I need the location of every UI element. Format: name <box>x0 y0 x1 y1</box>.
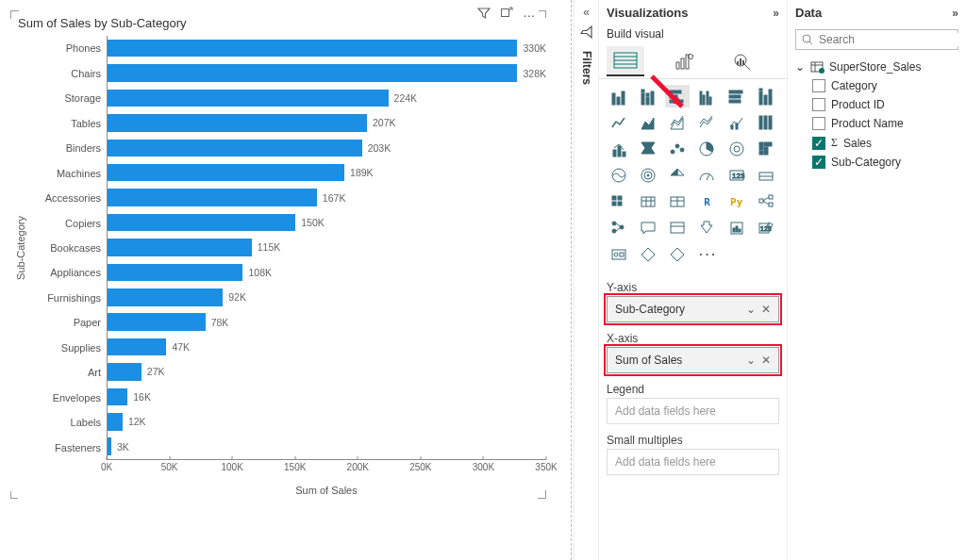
analytics-tab[interactable] <box>724 46 761 76</box>
viz-type-button[interactable] <box>754 138 778 160</box>
viz-type-button[interactable] <box>665 217 690 239</box>
viz-type-button[interactable] <box>636 138 660 160</box>
small-multiples-field-well[interactable]: Add data fields here <box>607 449 779 475</box>
bar[interactable] <box>108 140 362 156</box>
viz-type-button[interactable] <box>694 111 719 134</box>
bar[interactable] <box>108 338 166 355</box>
viz-type-button[interactable] <box>636 217 660 239</box>
field-name: Product ID <box>831 98 885 111</box>
bar[interactable] <box>108 114 367 131</box>
chevron-down-icon[interactable]: ⌄ <box>746 354 756 367</box>
format-visual-tab[interactable] <box>665 46 703 76</box>
svg-point-102 <box>819 68 824 74</box>
viz-type-button[interactable] <box>636 243 660 266</box>
field-checkbox[interactable]: ✓ <box>812 137 825 150</box>
viz-type-button[interactable] <box>754 111 778 134</box>
bar[interactable] <box>108 363 142 380</box>
chart-card[interactable]: ··· Sum of Sales by Sub-Category Sub-Cat… <box>9 9 547 500</box>
viz-type-button[interactable] <box>665 111 690 134</box>
bar[interactable] <box>108 189 317 206</box>
svg-rect-66 <box>618 196 622 200</box>
viz-type-button[interactable] <box>607 138 631 160</box>
bar[interactable] <box>108 214 295 231</box>
viz-type-button[interactable]: R <box>694 190 719 213</box>
viz-type-button[interactable] <box>724 85 749 107</box>
viz-panel-title: Visualizations <box>607 6 688 20</box>
viz-type-button[interactable] <box>724 111 749 134</box>
viz-type-button[interactable] <box>607 164 631 187</box>
filter-icon[interactable] <box>477 7 491 23</box>
remove-field-icon[interactable]: ✕ <box>761 354 771 367</box>
field-row[interactable]: Product Name <box>795 114 958 133</box>
remove-field-icon[interactable]: ✕ <box>761 303 771 316</box>
viz-type-button[interactable] <box>694 217 719 239</box>
field-row[interactable]: Product ID <box>795 95 958 114</box>
viz-type-button[interactable] <box>724 138 749 160</box>
x-axis-field-well[interactable]: Sum of Sales ⌄✕ <box>607 347 779 373</box>
legend-field-well[interactable]: Add data fields here <box>607 398 779 424</box>
viz-type-button[interactable] <box>754 190 778 213</box>
field-checkbox[interactable]: ✓ <box>812 156 825 169</box>
data-search[interactable] <box>795 29 958 50</box>
field-checkbox[interactable] <box>812 117 825 130</box>
viz-type-button[interactable] <box>636 85 660 107</box>
expand-filters-icon[interactable]: « <box>583 6 590 19</box>
bar[interactable] <box>108 40 517 57</box>
viz-type-button[interactable] <box>607 243 631 266</box>
viz-type-button[interactable] <box>694 138 719 160</box>
bar-value-label: 207K <box>367 117 396 128</box>
bar[interactable] <box>108 313 206 330</box>
viz-type-button[interactable] <box>607 190 631 213</box>
bar[interactable] <box>108 64 517 81</box>
y-axis-field-well[interactable]: Sub-Category ⌄✕ <box>607 296 779 322</box>
viz-type-button[interactable] <box>694 85 719 107</box>
table-node[interactable]: ⌄ SuperStore_Sales <box>795 58 958 76</box>
build-visual-tab[interactable] <box>607 46 644 76</box>
chevron-down-icon[interactable]: ⌄ <box>795 60 805 74</box>
collapse-viz-icon[interactable]: » <box>773 7 779 20</box>
bar[interactable] <box>108 288 223 305</box>
field-row[interactable]: ✓Sub-Category <box>795 153 958 172</box>
viz-type-button[interactable] <box>665 85 690 107</box>
data-search-input[interactable] <box>819 33 960 46</box>
viz-type-button[interactable] <box>636 190 660 213</box>
viz-type-button[interactable] <box>665 164 690 187</box>
viz-type-button[interactable] <box>607 85 631 107</box>
viz-type-button[interactable] <box>636 111 660 134</box>
svg-rect-44 <box>623 152 625 156</box>
viz-type-button[interactable]: 123 <box>724 164 749 187</box>
more-icon[interactable]: ··· <box>523 7 535 23</box>
chevron-down-icon[interactable]: ⌄ <box>746 303 756 316</box>
viz-type-button[interactable] <box>724 217 749 239</box>
svg-point-50 <box>730 142 743 156</box>
collapse-data-icon[interactable]: » <box>952 7 958 20</box>
field-checkbox[interactable] <box>812 79 825 92</box>
bar[interactable] <box>108 90 389 107</box>
svg-rect-23 <box>670 100 683 103</box>
viz-type-button[interactable]: Py <box>724 190 749 213</box>
viz-type-button[interactable] <box>665 138 690 160</box>
bar[interactable] <box>108 264 242 281</box>
field-row[interactable]: Category <box>795 76 958 95</box>
focus-icon[interactable] <box>500 7 513 23</box>
field-row[interactable]: ✓ΣSales <box>795 133 958 153</box>
bar[interactable] <box>108 164 344 181</box>
viz-type-button[interactable] <box>754 85 778 107</box>
viz-type-button[interactable] <box>754 164 778 187</box>
viz-type-button[interactable] <box>694 164 719 187</box>
viz-type-button[interactable] <box>607 217 631 239</box>
viz-type-button[interactable] <box>665 190 690 213</box>
viz-type-button[interactable] <box>607 111 631 134</box>
viz-type-button[interactable]: 123 <box>754 217 778 239</box>
viz-type-button[interactable]: ··· <box>694 243 719 266</box>
svg-rect-30 <box>729 95 735 98</box>
viz-type-button[interactable] <box>665 243 690 266</box>
viz-type-button[interactable] <box>636 164 660 187</box>
svg-line-9 <box>744 64 750 70</box>
filters-panel-collapsed[interactable]: « Filters <box>574 0 598 560</box>
bar[interactable] <box>108 413 123 430</box>
bar[interactable] <box>108 388 127 405</box>
bar[interactable] <box>108 239 252 255</box>
field-checkbox[interactable] <box>812 98 825 111</box>
svg-point-82 <box>612 229 616 233</box>
